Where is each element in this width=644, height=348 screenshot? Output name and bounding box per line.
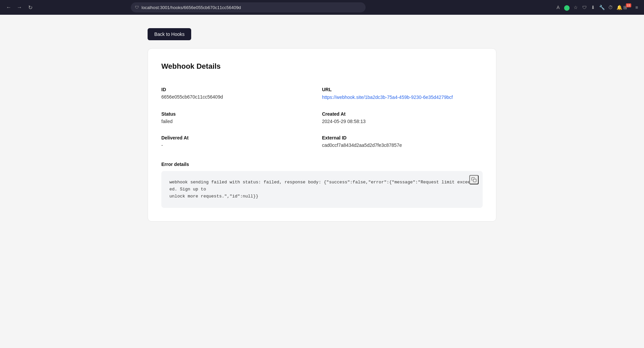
- browser-right-icons: A ⬤ ☆ 🛡 ⬇ 🔧 ⏱ 🔔 ⊞ 15 ≡: [555, 4, 640, 11]
- address-text: localhost:3001/hooks/6656e055cb670c11cc5…: [142, 5, 241, 10]
- svg-rect-0: [473, 179, 476, 182]
- error-section: Error details webhook sending failed wit…: [161, 162, 483, 208]
- error-details-label: Error details: [161, 162, 483, 167]
- clock-icon[interactable]: ⏱: [607, 4, 614, 11]
- status-value: failed: [161, 119, 322, 124]
- copy-button[interactable]: [469, 175, 479, 184]
- created-at-label: Created At: [322, 111, 483, 117]
- delivered-at-value: -: [161, 142, 322, 148]
- forward-nav-icon: →: [17, 4, 22, 10]
- puzzle-icon[interactable]: 🔧: [598, 4, 605, 11]
- created-at-field: Created At 2024-05-29 08:58:13: [322, 106, 483, 130]
- extensions-grid-icon[interactable]: ⊞ 15: [625, 4, 631, 11]
- id-label: ID: [161, 87, 322, 92]
- notification-icon[interactable]: 🔔: [616, 4, 623, 11]
- back-nav-icon: ←: [6, 4, 11, 10]
- back-nav-button[interactable]: ←: [4, 3, 13, 12]
- download-icon[interactable]: ⬇: [590, 4, 596, 11]
- status-field: Status failed: [161, 106, 322, 130]
- browser-chrome: ← → ↻ 🛡 localhost:3001/hooks/6656e055cb6…: [0, 0, 644, 15]
- url-field: URL https://webhook.site/1ba2dc3b-75a4-4…: [322, 81, 483, 106]
- refresh-nav-icon: ↻: [28, 4, 33, 11]
- menu-icon[interactable]: ≡: [633, 4, 640, 11]
- delivered-at-label: Delivered At: [161, 135, 322, 140]
- page-content: Back to Hooks Webhook Details ID 6656e05…: [0, 15, 644, 348]
- privacy-shield-icon[interactable]: 🛡: [581, 4, 588, 11]
- delivered-at-field: Delivered At -: [161, 130, 322, 154]
- copy-icon-svg: [471, 177, 477, 182]
- url-value[interactable]: https://webhook.site/1ba2dc3b-75a4-459b-…: [322, 95, 453, 100]
- back-to-hooks-button[interactable]: Back to Hooks: [148, 28, 191, 40]
- id-field: ID 6656e055cb670c11cc56409d: [161, 81, 322, 106]
- error-box: webhook sending failed with status: fail…: [161, 171, 483, 208]
- star-icon[interactable]: ☆: [572, 4, 579, 11]
- extension-icon-green[interactable]: ⬤: [564, 4, 570, 11]
- shield-icon: 🛡: [135, 5, 139, 10]
- id-value: 6656e055cb670c11cc56409d: [161, 94, 322, 100]
- external-id-value: cad0ccf7a8434d2aa5d2d7fe3c87857e: [322, 142, 483, 148]
- error-details-value: webhook sending failed with status: fail…: [169, 179, 475, 200]
- browser-nav-buttons: ← → ↻: [4, 3, 35, 12]
- status-label: Status: [161, 111, 322, 117]
- external-id-field: External ID cad0ccf7a8434d2aa5d2d7fe3c87…: [322, 130, 483, 154]
- created-at-value: 2024-05-29 08:58:13: [322, 119, 483, 124]
- details-grid: ID 6656e055cb670c11cc56409d URL https://…: [161, 81, 483, 154]
- address-bar[interactable]: 🛡 localhost:3001/hooks/6656e055cb670c11c…: [131, 2, 366, 12]
- url-label: URL: [322, 87, 483, 92]
- refresh-nav-button[interactable]: ↻: [25, 3, 35, 12]
- translate-icon[interactable]: A: [555, 4, 561, 11]
- forward-nav-button[interactable]: →: [15, 3, 24, 12]
- external-id-label: External ID: [322, 135, 483, 140]
- webhook-details-card: Webhook Details ID 6656e055cb670c11cc564…: [148, 48, 496, 222]
- extension-badge: 15: [626, 3, 631, 7]
- card-title: Webhook Details: [161, 62, 483, 71]
